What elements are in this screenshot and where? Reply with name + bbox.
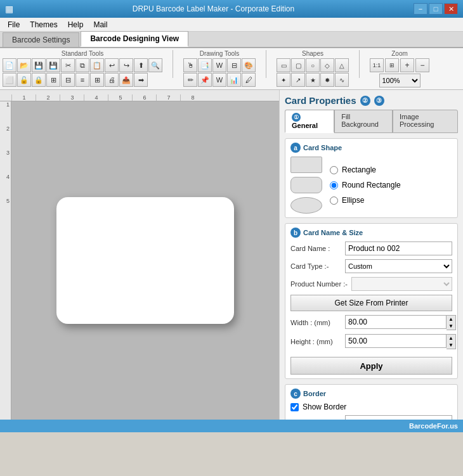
- tb-print-prev[interactable]: 🔍: [148, 58, 162, 72]
- width-spin-down[interactable]: ▼: [447, 323, 455, 330]
- zoom-fit[interactable]: ⊞: [385, 58, 399, 72]
- radio-ellipse[interactable]: [330, 196, 338, 205]
- dt-b2[interactable]: 📑: [198, 58, 212, 72]
- card-name-row: Card Name :: [290, 241, 452, 255]
- tb-export[interactable]: 📤: [119, 73, 133, 87]
- tab-barcode-designing[interactable]: Barcode Designing View: [81, 31, 188, 47]
- radio-rectangle[interactable]: [330, 166, 338, 174]
- sh-starburst[interactable]: ✸: [320, 73, 334, 87]
- zoom-select[interactable]: 100% 50% 75% 125% 150% 200%: [379, 74, 421, 87]
- sh-triangle[interactable]: △: [335, 58, 349, 72]
- ruler-top: 1 2 3 4 5 6 7 8: [0, 90, 279, 101]
- sh-star5[interactable]: ✦: [277, 73, 290, 87]
- sh-rrect[interactable]: ▢: [291, 58, 305, 72]
- tb-grid[interactable]: ⊞: [46, 73, 60, 87]
- section-b-text: Card Name & Size: [303, 229, 363, 236]
- dt-b10[interactable]: 🖊: [242, 73, 256, 87]
- product-number-select[interactable]: [351, 277, 452, 291]
- radio-rectangle-row: Rectangle: [330, 165, 401, 174]
- tb-b4[interactable]: 🔒: [32, 73, 46, 87]
- tab-badge-1: ①: [292, 113, 301, 122]
- sh-arrow[interactable]: ↗: [291, 73, 305, 87]
- zoom-out[interactable]: −: [415, 58, 429, 72]
- window-title: DRPU Barcode Label Maker - Corporate Edi…: [13, 4, 414, 13]
- tb-cut[interactable]: ✂: [61, 58, 75, 72]
- tb-b2[interactable]: ⬜: [3, 73, 16, 87]
- dt-b7[interactable]: 📌: [198, 73, 212, 87]
- main-content: 1 2 3 4 5 6 7 8 1 2 3 4 5 Card Properti: [0, 90, 463, 420]
- dt-b1[interactable]: 🖱: [183, 58, 197, 72]
- zoom-group: Zoom 1:1 ⊞ + − 100% 50% 75% 125% 150% 20…: [370, 50, 429, 87]
- props-tab-general[interactable]: ① General: [285, 110, 334, 133]
- tb-open[interactable]: 📂: [17, 58, 31, 72]
- menu-themes[interactable]: Themes: [25, 19, 62, 30]
- tb-new[interactable]: 📄: [3, 58, 16, 72]
- section-b-label: b Card Name & Size: [290, 228, 452, 238]
- width-spin-up[interactable]: ▲: [447, 316, 455, 323]
- radio-rectangle-label: Rectangle: [342, 165, 376, 174]
- height-spin-down[interactable]: ▼: [447, 342, 455, 349]
- menu-mail[interactable]: Mail: [88, 19, 112, 30]
- dt-b6[interactable]: ✏: [183, 73, 197, 87]
- dt-b3[interactable]: W: [212, 58, 226, 72]
- show-border-checkbox[interactable]: [290, 403, 299, 411]
- zoom-11[interactable]: 1:1: [370, 58, 384, 72]
- radio-options: Rectangle Round Rectangle Ellipse: [330, 165, 401, 205]
- zoom-in[interactable]: +: [400, 58, 414, 72]
- tb-undo[interactable]: ↩: [105, 58, 119, 72]
- props-tabs: ① General Fill Background Image Processi…: [285, 110, 458, 133]
- dt-b8[interactable]: W: [212, 73, 226, 87]
- maximize-button[interactable]: □: [429, 3, 443, 15]
- tab-barcode-settings[interactable]: Barcode Settings: [3, 32, 79, 47]
- props-tab-image-proc[interactable]: Image Processing: [393, 110, 458, 133]
- height-input[interactable]: [345, 334, 447, 348]
- border-style-row: Border Style : Solid Dashed Dotted: [290, 415, 452, 420]
- tb-table[interactable]: ⊟: [61, 73, 75, 87]
- tb-redo[interactable]: ↪: [119, 58, 133, 72]
- card-name-input[interactable]: [345, 241, 452, 255]
- apply-button[interactable]: Apply: [290, 357, 452, 375]
- width-input[interactable]: [345, 315, 447, 329]
- tb-b3[interactable]: 🔓: [17, 73, 31, 87]
- title-bar: ▦ DRPU Barcode Label Maker - Corporate E…: [0, 0, 463, 18]
- props-tab-fill-bg[interactable]: Fill Background: [334, 110, 393, 133]
- close-button[interactable]: ✕: [444, 3, 458, 15]
- ruler-mark-7: 7: [156, 94, 180, 101]
- height-spin-up[interactable]: ▲: [447, 335, 455, 342]
- sh-star[interactable]: ★: [306, 73, 320, 87]
- radio-roundrect-row: Round Rectangle: [330, 181, 401, 190]
- zoom-label: Zoom: [391, 50, 408, 57]
- title-bar-left: ▦: [5, 4, 13, 14]
- dt-b5[interactable]: 🎨: [242, 58, 256, 72]
- badge-b: b: [290, 228, 301, 238]
- toolbar-sep1: [173, 50, 173, 78]
- dt-b4[interactable]: ⊟: [227, 58, 241, 72]
- sh-diamond[interactable]: ◇: [320, 58, 334, 72]
- tb-print[interactable]: 🖨: [105, 73, 119, 87]
- menu-help[interactable]: Help: [63, 19, 89, 30]
- badge-a: a: [290, 143, 301, 153]
- tb-save[interactable]: 💾: [32, 58, 46, 72]
- get-size-printer-button[interactable]: Get Size From Printer: [290, 295, 452, 311]
- sh-rect[interactable]: ▭: [277, 58, 290, 72]
- bottom-bar: BarcodeFor.us: [0, 420, 463, 432]
- tb-save2[interactable]: 💾: [46, 58, 60, 72]
- sh-circle[interactable]: ○: [306, 58, 320, 72]
- tb-align[interactable]: ≡: [75, 73, 89, 87]
- card-type-select[interactable]: Custom Standard: [345, 259, 452, 273]
- canvas-area: 1 2 3 4 5 6 7 8 1 2 3 4 5: [0, 90, 279, 420]
- radio-ellipse-row: Ellipse: [330, 196, 401, 205]
- tb-import[interactable]: ⬆: [134, 58, 148, 72]
- dt-b9[interactable]: 📊: [227, 73, 241, 87]
- sh-curve[interactable]: ∿: [335, 73, 349, 87]
- shapes-label: Shapes: [302, 50, 323, 57]
- tb-paste[interactable]: 📋: [90, 58, 104, 72]
- tb-distribute[interactable]: ⊞: [90, 73, 104, 87]
- radio-roundrect[interactable]: [330, 181, 338, 190]
- tb-arrow-r[interactable]: ➡: [134, 73, 148, 87]
- border-style-select[interactable]: Solid Dashed Dotted: [345, 415, 452, 420]
- shape-ellipse-preview: [290, 197, 322, 214]
- menu-file[interactable]: File: [3, 19, 25, 30]
- tb-copy[interactable]: ⧉: [75, 58, 89, 72]
- minimize-button[interactable]: −: [414, 3, 427, 15]
